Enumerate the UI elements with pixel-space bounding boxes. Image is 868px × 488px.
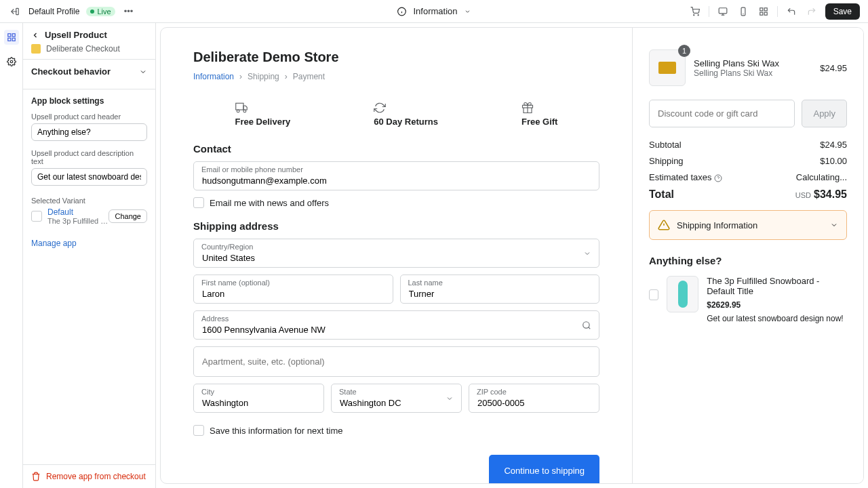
variant-name[interactable]: Default [47,207,108,217]
cart-item-image: 1 [649,49,686,86]
topbar-right: Save [688,3,860,20]
upsell-checkbox[interactable] [649,289,658,300]
block-settings-label: App block settings [31,96,147,106]
shipping-heading: Shipping address [193,220,599,232]
breadcrumb: Information › Shipping › Payment [193,72,599,81]
svg-rect-6 [719,7,727,13]
svg-rect-11 [760,7,762,10]
store-title: Deliberate Demo Store [193,49,599,65]
cart-item-sub: Selling Plans Ski Wax [694,68,812,78]
sidebar-title: Upsell Product [45,30,107,40]
address-field[interactable] [193,310,599,340]
sidebar: Upsell Product Deliberate Checkout Check… [23,23,156,488]
topbar-center[interactable]: Information [397,6,471,16]
upsell-heading: Anything else? [649,255,847,266]
svg-rect-0 [16,8,19,14]
truck-icon [235,102,248,114]
topbar-center-label: Information [413,6,457,16]
upsell-image [667,276,698,312]
save-info-checkbox[interactable] [193,425,204,436]
apply-button[interactable]: Apply [802,100,847,127]
save-button[interactable]: Save [825,3,860,20]
crumb-shipping: Shipping [248,72,279,81]
variant-icon [31,211,42,222]
cart-item-price: $24.95 [820,63,847,73]
svg-rect-17 [7,38,10,41]
warning-icon [658,219,670,231]
chevron-down-icon[interactable] [139,68,147,76]
svg-line-27 [589,327,591,329]
desktop-icon[interactable] [716,5,730,18]
app-name: Deliberate Checkout [46,44,120,54]
chevron-down-icon [830,221,838,229]
desc-input[interactable] [31,168,147,186]
profile-name: Default Profile [28,7,79,16]
svg-point-22 [237,110,239,113]
svg-point-26 [583,321,589,327]
manage-app-link[interactable]: Manage app [23,239,155,248]
desc-field-label: Upsell product card description text [31,149,147,165]
svg-rect-15 [7,34,10,37]
rail-sections-icon[interactable] [4,30,19,45]
refresh-icon [374,102,386,114]
benefit-delivery: Free Delivery [235,102,291,127]
topbar: Default Profile Live ••• Information Sav… [0,0,868,23]
svg-point-23 [243,110,246,113]
variant-desc: The 3p Fulfilled Snow... [47,217,108,225]
benefit-returns: 60 Day Returns [374,102,438,127]
topbar-left: Default Profile Live ••• [8,5,136,18]
redo-icon[interactable] [805,5,818,18]
info-icon [397,7,406,16]
more-icon[interactable]: ••• [122,5,136,18]
change-button[interactable]: Change [108,209,147,223]
email-optin-checkbox[interactable] [193,197,204,208]
svg-point-19 [10,60,13,63]
svg-rect-12 [764,7,767,10]
cart-icon[interactable] [688,5,702,18]
cart-qty-badge: 1 [678,45,690,57]
help-icon[interactable] [714,174,722,182]
discount-input[interactable] [649,100,795,127]
order-summary: 1 Selling Plans Ski Wax Selling Plans Sk… [633,28,863,483]
apartment-field[interactable] [193,346,599,377]
trash-icon [31,472,41,481]
shipping-info-banner[interactable]: Shipping Information [649,210,847,240]
behavior-label: Checkout behavior [31,66,111,77]
country-field[interactable] [193,239,599,268]
crumb-payment: Payment [293,72,325,81]
live-badge: Live [86,7,115,16]
svg-point-5 [698,14,698,15]
header-field-label: Upsell product card header [31,113,147,121]
mobile-icon[interactable] [736,5,750,18]
header-input[interactable] [31,123,147,141]
optin-label: Email me with news and offers [210,198,329,208]
upsell-price: $2629.95 [707,300,847,310]
crumb-information[interactable]: Information [193,72,234,81]
left-rail [0,23,23,488]
email-label: Email or mobile phone number [201,165,303,174]
exit-icon[interactable] [8,5,22,18]
search-icon [582,321,591,330]
contact-heading: Contact [193,143,599,155]
svg-point-4 [693,14,694,15]
upsell-name: The 3p Fulfilled Snowboard - Default Tit… [707,276,847,296]
svg-rect-18 [12,38,15,41]
svg-rect-20 [235,103,243,110]
chevron-down-icon [465,8,471,15]
checkout-form: Deliberate Demo Store Information › Ship… [161,28,633,483]
svg-rect-14 [764,12,767,15]
cart-item-name: Selling Plans Ski Wax [694,58,812,68]
svg-rect-13 [760,12,762,15]
remove-app-button[interactable]: Remove app from checkout [23,464,155,488]
selected-variant-label: Selected Variant [31,197,147,205]
gift-icon [521,102,534,114]
benefit-gift: Free Gift [521,102,557,127]
app-icon [31,44,41,54]
rail-settings-icon[interactable] [4,54,19,69]
svg-marker-21 [243,106,247,110]
continue-button[interactable]: Continue to shipping [489,455,599,483]
fullscreen-icon[interactable] [757,5,770,18]
svg-rect-16 [12,34,15,37]
undo-icon[interactable] [785,5,798,18]
back-icon[interactable] [31,31,39,39]
